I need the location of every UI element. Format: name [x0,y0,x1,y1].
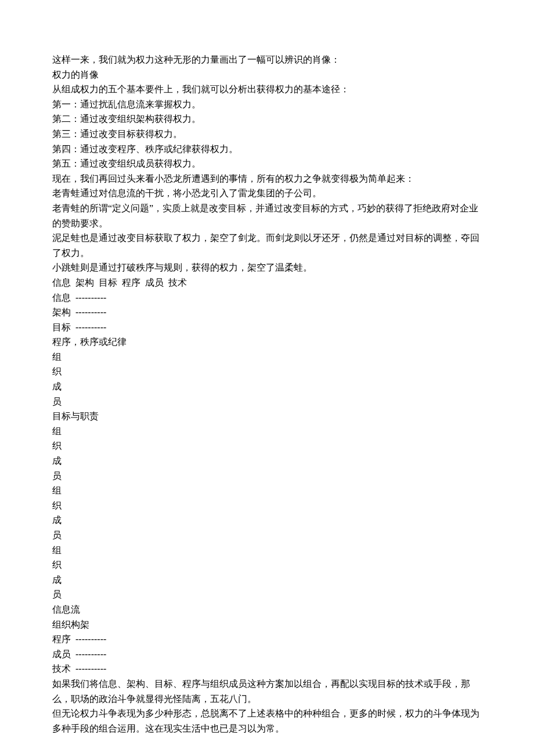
document-page: 这样一来，我们就为权力这种无形的力量画出了一幅可以辨识的肖像： 权力的肖像 从组… [0,0,534,756]
body-line: 织 [52,557,482,573]
body-line: 织 [52,498,482,513]
body-line: 现在，我们再回过头来看小恐龙所遭遇到的事情，所有的权力之争就变得极为简单起来： [52,171,482,186]
body-line: 成 [52,379,482,394]
body-line: 小跳蛙则是通过打破秩序与规则，获得的权力，架空了温柔蛙。 [52,260,482,275]
body-line: 信息 ---------- [52,290,482,305]
body-line: 第四：通过改变程序、秩序或纪律获得权力。 [52,142,482,157]
body-line: 成 [52,573,482,588]
body-line: 这样一来，我们就为权力这种无形的力量画出了一幅可以辨识的肖像： [52,52,482,67]
body-line: 但无论权力斗争表现为多少种形态，总脱离不了上述表格中的种种组合，更多的时候，权力… [52,706,482,736]
body-line: 组 [52,424,482,439]
body-line: 程序，秩序或纪律 [52,334,482,350]
body-line: 员 [52,394,482,409]
body-line: 第三：通过改变目标获得权力。 [52,127,482,142]
body-line: 组 [52,350,482,365]
body-line: 泥足蛙也是通过改变目标获取了权力，架空了剑龙。而剑龙则以牙还牙，仍然是通过对目标… [52,231,482,260]
body-line: 组 [52,483,482,498]
body-line: 技术 ---------- [52,661,482,676]
body-line: 架构 ---------- [52,305,482,320]
body-line: 信息 架构 目标 程序 成员 技术 [52,275,482,290]
body-line: 如果我们将信息、架构、目标、程序与组织成员这种方案加以组合，再配以实现目标的技术… [52,676,482,706]
body-line: 员 [52,528,482,543]
body-line: 成 [52,453,482,469]
body-line: 组织构架 [52,617,482,632]
body-line: 第五：通过改变组织成员获得权力。 [52,156,482,171]
body-line: 程序 ---------- [52,632,482,647]
body-line: 成 [52,513,482,528]
body-line: 目标 ---------- [52,320,482,335]
body-line: 权力的肖像 [52,67,482,82]
body-line: 老青蛙通过对信息流的干扰，将小恐龙引入了雷龙集团的子公司。 [52,186,482,201]
body-line: 织 [52,364,482,379]
body-line: 成员 ---------- [52,647,482,662]
body-line: 员 [52,469,482,484]
body-line: 第一：通过扰乱信息流来掌握权力。 [52,97,482,112]
body-line: 信息流 [52,602,482,617]
body-line: 老青蛙的所谓“定义问题”，实质上就是改变目标，并通过改变目标的方式，巧妙的获得了… [52,201,482,231]
body-line: 组 [52,543,482,558]
body-line: 员 [52,587,482,602]
body-line: 目标与职责 [52,409,482,424]
body-line: 从组成权力的五个基本要件上，我们就可以分析出获得权力的基本途径： [52,82,482,97]
body-line: 织 [52,438,482,453]
body-line: 第二：通过改变组织架构获得权力。 [52,111,482,127]
